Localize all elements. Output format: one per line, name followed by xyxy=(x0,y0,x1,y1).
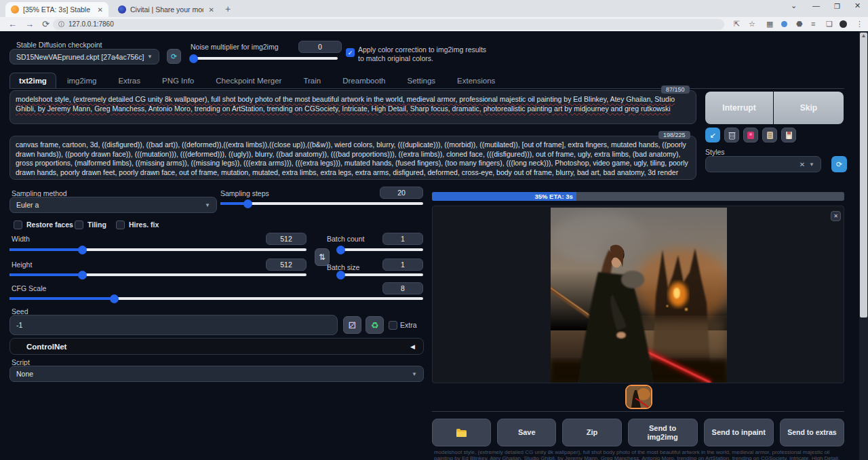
tab-train[interactable]: Train xyxy=(292,73,332,88)
extension-dot-icon[interactable] xyxy=(781,21,787,27)
color-correction-checkbox[interactable]: ✓ xyxy=(346,48,355,57)
extensions-puzzle-icon[interactable]: ⬣ xyxy=(796,20,803,28)
tab-txt2img[interactable]: txt2img xyxy=(9,73,56,88)
negative-prompt-textarea[interactable]: canvas frame, cartoon, 3d, ((disfigured)… xyxy=(9,136,696,180)
batch-count-slider[interactable] xyxy=(338,248,423,251)
batch-count-value[interactable]: 1 xyxy=(382,233,423,245)
tab-close-icon[interactable]: ✕ xyxy=(209,6,214,14)
tab-close-icon[interactable]: ✕ xyxy=(98,6,103,14)
browser-tab-civitai[interactable]: Civitai | Share your models ✕ xyxy=(113,2,220,17)
extra-seed-label: Extra xyxy=(400,321,417,329)
extra-networks-button[interactable] xyxy=(743,128,758,142)
tab-strip: [35% ETA: 3s] Stable Diffusion ✕ Civitai… xyxy=(0,0,868,17)
clear-styles-icon[interactable]: ✕ xyxy=(800,161,805,168)
paste-params-button[interactable]: ↙ xyxy=(705,128,720,142)
interrupt-button[interactable]: Interrupt xyxy=(705,92,773,124)
generated-image[interactable] xyxy=(551,208,727,383)
share-icon[interactable]: ⇱ xyxy=(734,20,740,28)
tab-settings[interactable]: Settings xyxy=(397,73,447,88)
checkpoint-refresh-button[interactable]: ⟳ xyxy=(167,49,181,64)
send-to-extras-button[interactable]: Send to extras xyxy=(780,419,844,446)
tiling-label: Tiling xyxy=(87,221,106,229)
script-value: None xyxy=(16,370,33,378)
width-slider[interactable] xyxy=(9,248,307,251)
sampling-steps-slider[interactable] xyxy=(220,202,423,205)
reuse-seed-button[interactable]: ♻ xyxy=(366,316,384,334)
checkpoint-select[interactable]: SD15NewVAEpruned.ckpt [27a4ac756c] ▼ xyxy=(9,49,159,64)
close-preview-button[interactable]: ✕ xyxy=(831,211,841,221)
tab-dreambooth[interactable]: Dreambooth xyxy=(332,73,396,88)
tab-img2img[interactable]: img2img xyxy=(56,73,107,88)
styles-refresh-button[interactable]: ⟳ xyxy=(831,156,847,172)
restore-faces-label: Restore faces xyxy=(26,221,73,229)
scrollbar-up-arrow-icon[interactable]: ▲ xyxy=(861,33,867,39)
batch-size-label: Batch size xyxy=(327,263,359,271)
window-minimize-icon[interactable]: — xyxy=(812,1,820,9)
random-seed-button[interactable]: ⚂ xyxy=(343,316,361,334)
checkpoint-label: Stable Diffusion checkpoint xyxy=(16,41,102,49)
kebab-menu-icon[interactable]: ⋮ xyxy=(856,20,863,28)
main-tab-bar: txt2img img2img Extras PNG Info Checkpoi… xyxy=(9,71,844,89)
prompt-textarea[interactable]: modelshoot style, (extremely detailed CG… xyxy=(9,90,696,124)
styles-select[interactable]: ✕ ▼ xyxy=(705,156,821,172)
profile-avatar[interactable] xyxy=(840,20,847,28)
cfg-scale-value[interactable]: 8 xyxy=(382,282,423,294)
forward-icon[interactable]: → xyxy=(25,19,34,29)
sampling-steps-label: Sampling steps xyxy=(220,189,269,197)
window-close-icon[interactable]: ✕ xyxy=(854,1,861,10)
cfg-scale-slider[interactable] xyxy=(9,297,423,300)
extension-grid-icon[interactable]: ▦ xyxy=(766,20,773,28)
recycle-icon: ♻ xyxy=(371,320,379,330)
apply-style-button[interactable] xyxy=(762,128,777,142)
send-to-inpaint-button[interactable]: Send to inpaint xyxy=(704,419,774,446)
extra-seed-checkbox[interactable] xyxy=(389,321,397,330)
reload-icon[interactable]: ⟳ xyxy=(42,19,50,29)
open-folder-button[interactable] xyxy=(432,419,491,446)
clear-prompt-button[interactable] xyxy=(724,128,739,142)
stable-diffusion-webui: Stable Diffusion checkpoint SD15NewVAEpr… xyxy=(0,31,868,460)
height-slider[interactable] xyxy=(9,273,307,276)
back-icon[interactable]: ← xyxy=(8,19,17,29)
controlnet-accordion[interactable]: ControlNet ◀ xyxy=(9,338,424,355)
restore-faces-checkbox[interactable] xyxy=(14,221,22,229)
site-info-icon[interactable]: i xyxy=(58,21,64,27)
send-to-img2img-button[interactable]: Send to img2img xyxy=(628,419,698,446)
zip-button[interactable]: Zip xyxy=(562,419,621,446)
sampling-method-select[interactable]: Euler a ▼ xyxy=(9,197,217,213)
browser-tab-stable-diffusion[interactable]: [35% ETA: 3s] Stable Diffusion ✕ xyxy=(5,2,108,17)
seed-value: -1 xyxy=(16,321,22,329)
save-button[interactable]: Save xyxy=(497,419,556,446)
civitai-favicon xyxy=(118,5,126,14)
tiling-checkbox[interactable] xyxy=(75,221,83,229)
side-panel-icon[interactable]: ❏ xyxy=(826,20,833,28)
batch-size-value[interactable]: 1 xyxy=(382,258,423,271)
chevron-down-icon: ▼ xyxy=(147,54,153,60)
height-label: Height xyxy=(12,261,32,269)
clipboard-icon xyxy=(766,131,774,140)
address-bar[interactable]: i 127.0.0.1:7860 xyxy=(53,19,724,30)
bookmark-star-icon[interactable]: ☆ xyxy=(749,20,755,28)
window-restore-icon[interactable]: ❐ xyxy=(834,3,840,10)
tab-png-info[interactable]: PNG Info xyxy=(151,73,205,88)
gallery-thumbnail-selected[interactable] xyxy=(625,385,652,409)
new-tab-button[interactable]: + xyxy=(225,3,231,14)
tab-extras[interactable]: Extras xyxy=(107,73,151,88)
script-select[interactable]: None ▼ xyxy=(9,366,424,382)
tab-extensions[interactable]: Extensions xyxy=(446,73,506,88)
tab-checkpoint-merger[interactable]: Checkpoint Merger xyxy=(205,73,292,88)
seed-input[interactable]: -1 xyxy=(9,315,338,335)
reading-list-icon[interactable]: ≡ xyxy=(811,20,815,28)
chevron-down-icon: ▼ xyxy=(809,161,814,168)
window-menu-icon[interactable]: ⌄ xyxy=(791,1,797,10)
sampling-steps-value[interactable]: 20 xyxy=(380,187,423,199)
noise-multiplier-value[interactable]: 0 xyxy=(298,41,342,53)
skip-button[interactable]: Skip xyxy=(774,92,844,124)
hires-fix-checkbox[interactable] xyxy=(116,221,125,229)
page-scrollbar-thumb[interactable] xyxy=(860,33,867,318)
noise-multiplier-slider[interactable] xyxy=(191,57,338,60)
save-style-button[interactable] xyxy=(781,128,796,142)
batch-size-slider[interactable] xyxy=(338,273,423,276)
gallery-thumbnail-strip xyxy=(432,383,844,412)
width-value[interactable]: 512 xyxy=(266,233,307,245)
height-value[interactable]: 512 xyxy=(266,258,307,271)
